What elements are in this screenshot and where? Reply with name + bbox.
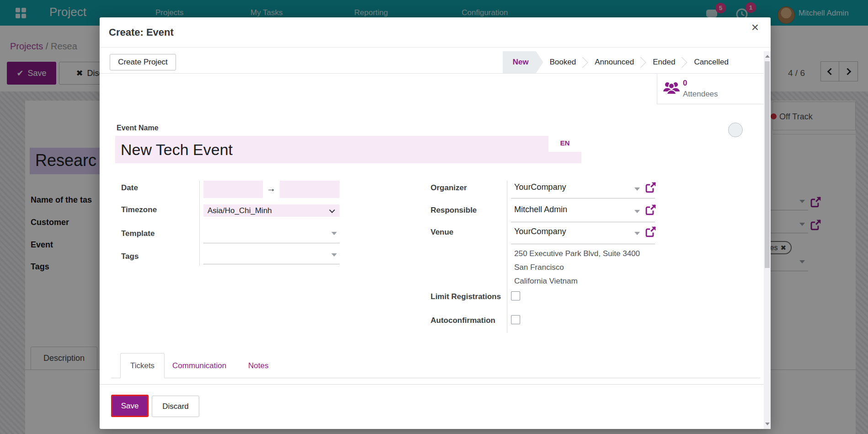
tab-tickets[interactable]: Tickets	[120, 353, 165, 378]
tags-underline	[203, 264, 340, 264]
statusbar-step-announced[interactable]: Announced	[588, 58, 640, 67]
limit-registrations-label: Limit Registrations	[431, 292, 501, 301]
responsible-underline	[511, 222, 655, 222]
header-divider	[100, 47, 771, 48]
tags-caret-icon	[331, 253, 337, 257]
tags-field[interactable]	[203, 247, 340, 264]
scrollbar-thumb[interactable]	[765, 61, 770, 268]
event-name-label: Event Name	[117, 124, 159, 132]
statusbar-step-new[interactable]: New	[503, 51, 543, 73]
template-label: Template	[121, 229, 154, 238]
event-name-value: New Tech Event	[115, 136, 581, 163]
event-name-input[interactable]: New Tech Event	[115, 136, 581, 163]
translation-lang-badge[interactable]: EN	[548, 134, 581, 152]
responsible-label: Responsible	[431, 206, 477, 215]
timezone-label: Timezone	[121, 205, 157, 214]
venue-underline	[511, 244, 655, 244]
organizer-label: Organizer	[431, 183, 467, 193]
date-end-input[interactable]	[280, 181, 340, 198]
limit-registrations-checkbox[interactable]	[511, 291, 520, 300]
statusbar-step-cancelled[interactable]: Cancelled	[687, 58, 735, 67]
venue-external-link-icon[interactable]	[644, 225, 657, 238]
attendees-group-icon	[663, 80, 680, 96]
organizer-underline	[511, 198, 655, 198]
attendees-stat-button[interactable]: 0 Attendees	[657, 73, 764, 104]
responsible-field[interactable]: Mitchell Admin	[514, 205, 567, 214]
responsible-caret-icon	[634, 210, 640, 213]
template-field[interactable]	[203, 225, 340, 243]
organizer-caret-icon	[634, 188, 640, 191]
create-project-button[interactable]: Create Project	[110, 54, 176, 70]
timezone-select[interactable]: Asia/Ho_Chi_Minh	[203, 204, 340, 217]
venue-address-line2: San Francisco	[514, 263, 564, 272]
date-range-arrow-icon: →	[263, 183, 279, 194]
venue-field[interactable]: YourCompany	[514, 227, 566, 236]
footer-divider	[100, 384, 771, 385]
discard-button[interactable]: Discard	[152, 396, 199, 417]
timezone-value: Asia/Ho_Chi_Minh	[203, 204, 340, 217]
tabs-divider	[111, 378, 760, 378]
save-button[interactable]: Save	[111, 395, 149, 417]
dialog-title: Create: Event	[109, 27, 174, 38]
autoconfirmation-checkbox[interactable]	[511, 315, 520, 324]
template-underline	[203, 243, 340, 243]
record-image-placeholder	[728, 123, 743, 137]
tags-label: Tags	[121, 252, 138, 261]
date-label: Date	[121, 183, 138, 193]
autoconfirmation-label: Autoconfirmation	[431, 316, 495, 325]
date-start-input[interactable]	[203, 181, 263, 198]
template-caret-icon	[331, 232, 337, 235]
create-event-dialog: Create: Event × Create Project New Booke…	[100, 17, 771, 429]
modal-scrollbar[interactable]	[764, 51, 771, 429]
attendees-count: 0	[683, 79, 687, 88]
tab-communication[interactable]: Communication	[172, 361, 226, 370]
responsible-external-link-icon[interactable]	[644, 204, 657, 216]
left-group-separator	[199, 181, 200, 266]
statusbar: New Booked Announced Ended Cancelled	[503, 51, 735, 73]
scroll-down-icon[interactable]	[765, 423, 770, 425]
organizer-field[interactable]: YourCompany	[514, 182, 566, 192]
venue-address-line1: 250 Executive Park Blvd, Suite 3400	[514, 249, 640, 258]
attendees-label: Attendees	[683, 90, 718, 99]
venue-label: Venue	[431, 228, 453, 237]
close-icon[interactable]: ×	[751, 21, 759, 34]
right-group-separator	[507, 181, 507, 333]
venue-address-line3: California Vietnam	[514, 277, 578, 286]
scroll-up-icon[interactable]	[765, 55, 770, 58]
organizer-external-link-icon[interactable]	[644, 181, 657, 193]
venue-caret-icon	[634, 232, 640, 235]
tab-notes[interactable]: Notes	[248, 361, 268, 370]
screen: Project Projects My Tasks Reporting Conf…	[0, 0, 868, 434]
